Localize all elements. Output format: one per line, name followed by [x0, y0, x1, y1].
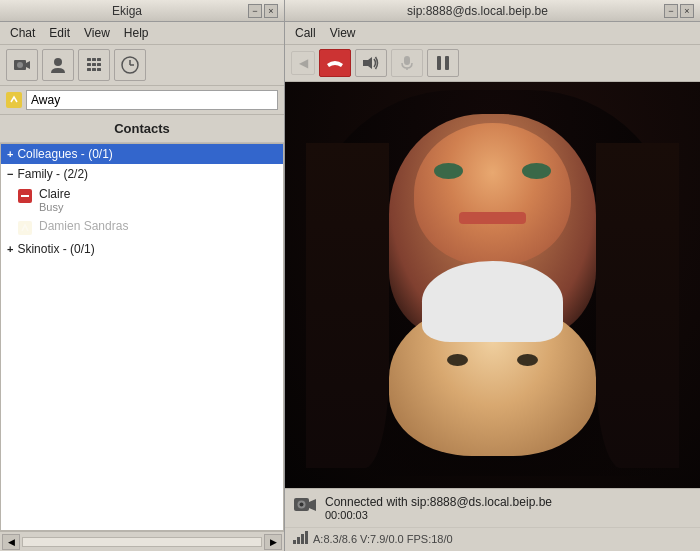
minimize-button[interactable]: − [248, 4, 262, 18]
app-title: Ekiga [6, 4, 248, 18]
svg-rect-32 [305, 531, 308, 544]
svg-marker-1 [26, 61, 30, 69]
pause-icon [436, 55, 450, 71]
svg-rect-21 [404, 56, 410, 65]
left-title-bar: Ekiga − × [0, 0, 284, 22]
left-toolbar [0, 45, 284, 86]
contacts-toolbar-button[interactable] [42, 49, 74, 81]
left-title-buttons: − × [248, 4, 278, 18]
svg-point-28 [300, 503, 304, 507]
status-away-icon [6, 92, 22, 108]
svg-rect-5 [92, 58, 96, 61]
svg-rect-6 [97, 58, 101, 61]
hangup-icon [325, 56, 345, 70]
volume-button[interactable] [355, 49, 387, 77]
call-title: sip:8888@ds.local.beip.be [291, 4, 664, 18]
webcam-toolbar-button[interactable] [6, 49, 38, 81]
left-menu-bar: Chat Edit View Help [0, 22, 284, 45]
svg-point-3 [54, 58, 62, 66]
svg-marker-26 [309, 499, 316, 511]
webcam-icon [12, 55, 32, 75]
call-status-bar: Connected with sip:8888@ds.local.beip.be… [285, 488, 700, 527]
group-colleagues[interactable]: + Colleagues - (0/1) [1, 144, 283, 164]
scroll-track[interactable] [22, 537, 262, 547]
menu-call[interactable]: Call [289, 24, 322, 42]
mute-button[interactable] [391, 49, 423, 77]
svg-rect-11 [92, 68, 96, 71]
scroll-right-button[interactable]: ▶ [264, 534, 282, 550]
status-select[interactable]: Away Available Busy Offline [26, 90, 278, 110]
family-expand-icon: − [7, 168, 13, 180]
call-status-text: Connected with sip:8888@ds.local.beip.be… [325, 495, 692, 521]
call-close-button[interactable]: × [680, 4, 694, 18]
menu-view[interactable]: View [78, 24, 116, 42]
history-toolbar-button[interactable] [114, 49, 146, 81]
claire-name: Claire [39, 187, 70, 201]
call-stats-text: A:8.3/8.6 V:7.9/0.0 FPS:18/0 [313, 533, 453, 545]
contacts-header: Contacts [0, 115, 284, 143]
hangup-button[interactable] [319, 49, 351, 77]
call-minimize-button[interactable]: − [664, 4, 678, 18]
svg-rect-10 [87, 68, 91, 71]
group-skinotix[interactable]: + Skinotix - (0/1) [1, 239, 283, 259]
menu-chat[interactable]: Chat [4, 24, 41, 42]
volume-icon [362, 55, 380, 71]
svg-rect-30 [297, 537, 300, 544]
contacts-scrollbar: ◀ ▶ [0, 531, 284, 551]
call-title-buttons: − × [664, 4, 694, 18]
svg-marker-20 [363, 57, 372, 69]
svg-point-2 [17, 62, 23, 68]
contact-claire[interactable]: Claire Busy [1, 184, 283, 216]
damien-name: Damien Sandras [39, 219, 128, 233]
damien-status-icon [17, 220, 33, 236]
microphone-icon [399, 55, 415, 71]
menu-help[interactable]: Help [118, 24, 155, 42]
group-skinotix-label: Skinotix - (0/1) [17, 242, 94, 256]
group-colleagues-label: Colleagues - (0/1) [17, 147, 112, 161]
svg-rect-4 [87, 58, 91, 61]
video-area [285, 82, 700, 488]
call-toolbar: ◀ [285, 45, 700, 82]
menu-call-view[interactable]: View [324, 24, 362, 42]
call-menu-bar: Call View [285, 22, 700, 45]
contacts-icon [48, 55, 68, 75]
call-stats-bar: A:8.3/8.6 V:7.9/0.0 FPS:18/0 [285, 527, 700, 551]
call-title-bar: sip:8888@ds.local.beip.be − × [285, 0, 700, 22]
svg-rect-19 [18, 221, 32, 235]
group-family-label: Family - (2/2) [17, 167, 88, 181]
claire-info: Claire Busy [39, 187, 70, 213]
left-panel: Ekiga − × Chat Edit View Help [0, 0, 285, 551]
svg-rect-31 [301, 534, 304, 544]
call-status-line1: Connected with sip:8888@ds.local.beip.be [325, 495, 692, 509]
video-frame [285, 82, 700, 488]
history-icon [120, 55, 140, 75]
claire-status-icon [17, 188, 33, 204]
svg-rect-12 [97, 68, 101, 71]
group-family[interactable]: − Family - (2/2) [1, 164, 283, 184]
svg-rect-9 [97, 63, 101, 66]
right-panel: sip:8888@ds.local.beip.be − × Call View … [285, 0, 700, 551]
pause-button[interactable] [427, 49, 459, 77]
menu-edit[interactable]: Edit [43, 24, 76, 42]
svg-rect-29 [293, 540, 296, 544]
dialpad-icon [84, 55, 104, 75]
signal-icon [293, 530, 309, 547]
damien-info: Damien Sandras [39, 219, 128, 233]
svg-rect-23 [437, 56, 441, 70]
colleagues-expand-icon: + [7, 148, 13, 160]
svg-rect-7 [87, 63, 91, 66]
close-button[interactable]: × [264, 4, 278, 18]
scroll-left-button[interactable]: ◀ [2, 534, 20, 550]
svg-rect-8 [92, 63, 96, 66]
back-arrow-button[interactable]: ◀ [291, 51, 315, 75]
status-bar: Away Available Busy Offline [0, 86, 284, 115]
call-status-line2: 00:00:03 [325, 509, 692, 521]
contacts-list: + Colleagues - (0/1) − Family - (2/2) Cl… [0, 143, 284, 531]
contact-damien[interactable]: Damien Sandras [1, 216, 283, 239]
dialpad-toolbar-button[interactable] [78, 49, 110, 81]
claire-subtitle: Busy [39, 201, 70, 213]
svg-rect-24 [445, 56, 449, 70]
call-status-webcam-icon [293, 496, 317, 520]
skinotix-expand-icon: + [7, 243, 13, 255]
